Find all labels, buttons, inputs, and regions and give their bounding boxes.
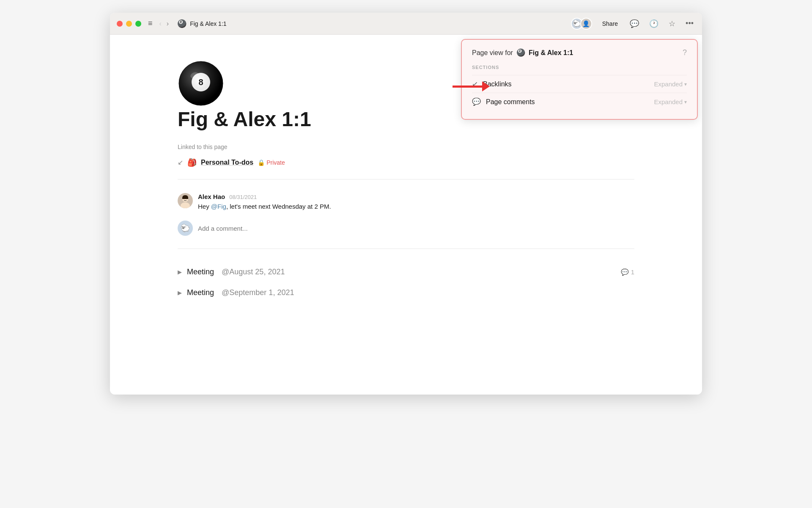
meeting-name-2: Meeting [187,288,214,297]
backlinks-section: Linked to this page ↙ 🎒 Personal To-dos … [178,144,634,171]
mention: @Fig [211,203,226,210]
comment-author-row: Alex Hao 08/31/2021 [198,193,634,200]
meeting-date-1: @August 25, 2021 [222,268,285,276]
popup-title-row: Page view for 🎱 Fig & Alex 1:1 [472,48,573,57]
titlebar: ≡ ‹ › 🎱 Fig & Alex 1:1 🐑 👤 Share 💬 🕐 ☆ •… [110,13,702,35]
page-emoji-titlebar: 🎱 [177,19,187,28]
backlink-icon: ↙ [178,158,183,166]
popup-header: Page view for 🎱 Fig & Alex 1:1 ? [472,48,687,57]
comment-text: Hey @Fig, let's meet next Wednesday at 2… [198,202,634,212]
meeting-name-1: Meeting [187,268,214,276]
bookmark-icon[interactable]: ☆ [667,18,677,29]
arrow-head [482,81,490,91]
comment-icon[interactable]: 💬 [628,18,641,29]
page-identifier: 🎱 Fig & Alex 1:1 [177,19,226,28]
maximize-button[interactable] [135,21,141,27]
sections-label: SECTIONS [472,65,687,70]
commenter-avatar [178,193,193,208]
linked-item: ↙ 🎒 Personal To-dos 🔒 Private [178,155,634,171]
add-comment-input[interactable] [198,225,634,232]
collaborator-avatars: 🐑 👤 [571,18,592,30]
divider-1 [178,179,634,179]
linked-page-name[interactable]: Personal To-dos [201,159,253,166]
popup-page-name: Fig & Alex 1:1 [529,49,573,57]
traffic-lights [117,21,141,27]
comments-chevron-icon: ▾ [684,99,687,105]
more-options-icon[interactable]: ••• [684,18,695,29]
meeting-date-2: @September 1, 2021 [222,288,294,297]
current-user-avatar: 🐑 [178,221,193,236]
linked-page-icon: 🎒 [187,158,197,167]
popup-help-button[interactable]: ? [683,48,687,57]
comments-expanded-label: Expanded [654,98,683,105]
hamburger-menu[interactable]: ≡ [148,19,153,28]
page-title-titlebar: Fig & Alex 1:1 [190,20,226,27]
red-arrow [453,81,490,91]
avatar-2: 👤 [580,18,592,30]
share-button[interactable]: Share [599,19,621,29]
popup-comments-row[interactable]: 💬 Page comments Expanded ▾ [472,93,687,110]
svg-text:8: 8 [198,77,203,87]
comment-block: Alex Hao 08/31/2021 Hey @Fig, let's meet… [178,188,634,217]
meeting-list: ▶ Meeting @August 25, 2021 💬 1 ▶ Meeting… [178,262,634,303]
linked-label: Linked to this page [178,144,634,150]
meeting-item-2[interactable]: ▶ Meeting @September 1, 2021 [178,282,634,303]
navigation-arrows: ‹ › [158,19,171,28]
divider-2 [178,248,634,249]
back-button[interactable]: ‹ [158,19,163,28]
popup-overlay: Page view for 🎱 Fig & Alex 1:1 ? SECTION… [457,35,702,124]
comment-count-num-1: 1 [631,268,634,276]
comments-row-label: Page comments [486,98,535,106]
comment-count-1: 💬 1 [621,268,634,276]
lock-icon: 🔒 [258,159,265,166]
page-view-popup: Page view for 🎱 Fig & Alex 1:1 ? SECTION… [461,39,698,120]
popup-backlinks-row[interactable]: ↙ Backlinks Expanded ▾ [472,75,687,93]
popup-comments-left: 💬 Page comments [472,97,535,106]
popup-backlinks-right[interactable]: Expanded ▾ [654,80,687,88]
popup-comments-right[interactable]: Expanded ▾ [654,98,687,105]
comment-author: Alex Hao [198,193,225,200]
titlebar-actions: 🐑 👤 Share 💬 🕐 ☆ ••• [571,18,695,30]
comment-count-icon-1: 💬 [621,268,629,276]
forward-button[interactable]: › [165,19,170,28]
app-window: ≡ ‹ › 🎱 Fig & Alex 1:1 🐑 👤 Share 💬 🕐 ☆ •… [110,13,702,395]
history-icon[interactable]: 🕐 [647,18,660,29]
arrow-shaft [453,86,482,88]
backlinks-chevron-icon: ▾ [684,81,687,87]
add-comment-row: 🐑 [178,216,634,240]
meeting-item-1[interactable]: ▶ Meeting @August 25, 2021 💬 1 [178,262,634,282]
popup-prefix: Page view for [472,49,513,57]
comment-content: Alex Hao 08/31/2021 Hey @Fig, let's meet… [198,193,634,212]
backlinks-expanded-label: Expanded [654,80,683,88]
expand-icon-1: ▶ [178,269,182,275]
private-badge: 🔒 Private [258,159,285,166]
comment-date: 08/31/2021 [229,194,257,200]
minimize-button[interactable] [126,21,132,27]
expand-icon-2: ▶ [178,290,182,296]
close-button[interactable] [117,21,123,27]
popup-emoji: 🎱 [516,48,525,57]
comments-row-icon: 💬 [472,97,481,106]
